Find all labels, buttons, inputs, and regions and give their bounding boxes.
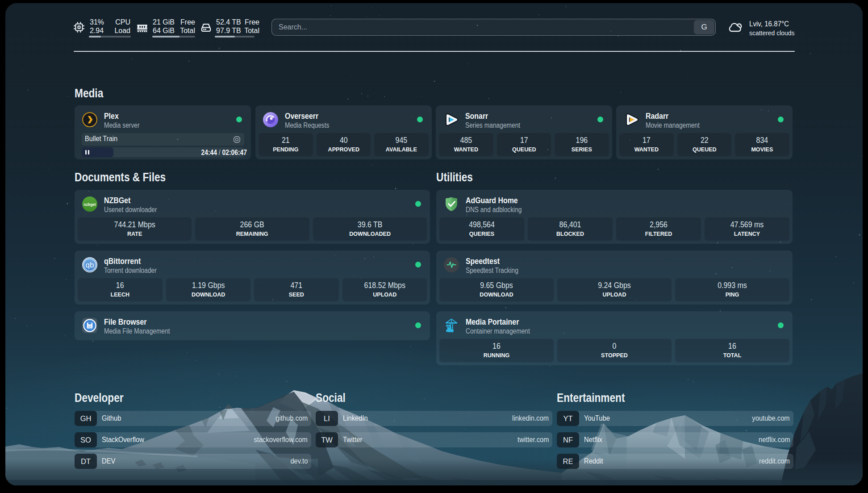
- svg-text:nzbget: nzbget: [83, 202, 96, 207]
- svg-text:qb: qb: [86, 261, 94, 269]
